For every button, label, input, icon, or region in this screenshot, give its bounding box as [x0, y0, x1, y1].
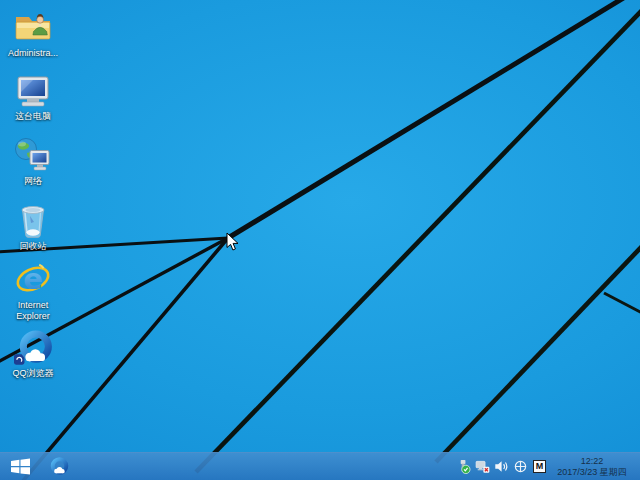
- qq-browser-icon: [49, 456, 70, 477]
- svg-text:e: e: [23, 262, 43, 296]
- recycle-bin-icon: [13, 202, 53, 240]
- desktop-icon-administrator[interactable]: Administra...: [2, 9, 64, 59]
- icon-label: 回收站: [2, 241, 64, 252]
- windows-logo-icon: [11, 458, 30, 475]
- icon-label: QQ浏览器: [2, 368, 64, 379]
- network-disconnected-icon[interactable]: [475, 459, 490, 474]
- taskbar: M 12:22 2017/3/23 星期四: [0, 452, 640, 480]
- ime-mode-indicator[interactable]: M: [532, 459, 547, 474]
- ime-mode-letter: M: [533, 460, 546, 473]
- qq-browser-icon: [13, 329, 53, 367]
- clock-time: 12:22: [550, 456, 634, 467]
- desktop-icon-internet-explorer[interactable]: e Internet Explorer: [2, 261, 64, 322]
- desktop-icon-network[interactable]: 网络: [2, 137, 64, 187]
- icon-label: 这台电脑: [2, 111, 64, 122]
- desktop-icon-this-pc[interactable]: 这台电脑: [2, 72, 64, 122]
- network-icon: [13, 137, 53, 175]
- usb-safely-remove-icon[interactable]: [456, 459, 471, 474]
- taskbar-clock[interactable]: 12:22 2017/3/23 星期四: [550, 456, 640, 478]
- system-tray: M: [453, 453, 550, 480]
- mouse-cursor: [226, 232, 239, 251]
- desktop-icon-recycle-bin[interactable]: 回收站: [2, 202, 64, 252]
- icon-label: Internet Explorer: [2, 300, 64, 322]
- wallpaper-beams: [0, 0, 640, 480]
- administrator-folder-icon: [13, 9, 53, 47]
- taskbar-qq-browser-button[interactable]: [44, 453, 74, 480]
- ime-globe-icon[interactable]: [513, 459, 528, 474]
- desktop-icon-qq-browser[interactable]: QQ浏览器: [2, 329, 64, 379]
- clock-date: 2017/3/23 星期四: [550, 467, 634, 478]
- icon-label: Administra...: [2, 48, 64, 59]
- desktop: Administra... 这台电脑 网络: [0, 0, 640, 480]
- start-button[interactable]: [0, 453, 40, 480]
- this-pc-icon: [13, 72, 53, 110]
- icon-label: 网络: [2, 176, 64, 187]
- internet-explorer-icon: e: [13, 261, 53, 299]
- volume-icon[interactable]: [494, 459, 509, 474]
